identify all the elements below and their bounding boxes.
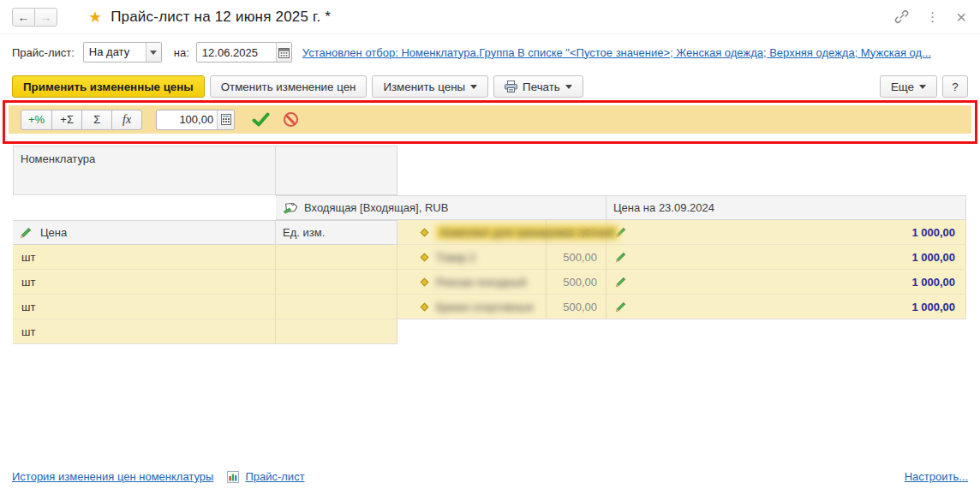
- printer-icon: [505, 81, 517, 92]
- table-row-name[interactable]: Товар 2: [397, 245, 547, 270]
- calendar-icon: [278, 47, 290, 58]
- column-header-empty: [276, 146, 397, 195]
- formula-button[interactable]: fx: [111, 110, 142, 130]
- item-diamond-icon: [421, 302, 429, 311]
- pricelist-label: Прайс-лист:: [12, 46, 75, 59]
- price-header-label: Цена: [40, 226, 67, 239]
- table-cell-old-price[interactable]: 500,00: [547, 295, 607, 319]
- table-cell-old-price[interactable]: 500,00: [547, 270, 607, 295]
- favorite-star-icon[interactable]: ★: [88, 8, 102, 27]
- footer-bar: История изменения цен номенклатуры Прайс…: [12, 470, 968, 483]
- item-name-blurred: Рюкзак походный: [436, 276, 527, 289]
- price-edit-toolbar: +% +Σ Σ fx: [9, 105, 971, 134]
- column-header-nomenclature[interactable]: Номенклатура: [13, 146, 276, 195]
- item-diamond-icon: [421, 253, 429, 261]
- table-cell-empty[interactable]: [276, 319, 397, 344]
- calculator-button[interactable]: [217, 110, 234, 129]
- forward-button[interactable]: →: [34, 8, 57, 27]
- add-percent-button[interactable]: +%: [21, 110, 52, 130]
- apply-prices-button[interactable]: Применить измененные цены: [12, 75, 205, 98]
- table-cell-old-price[interactable]: 500,00: [547, 245, 607, 270]
- unit-value: шт: [21, 301, 35, 313]
- column-header-price[interactable]: Цена: [13, 220, 276, 245]
- amount-field[interactable]: [156, 110, 235, 130]
- title-bar: ← → ★ Прайс-лист на 12 июня 2025 г. * ⋮ …: [0, 0, 980, 34]
- back-button[interactable]: ←: [12, 8, 35, 27]
- table-cell-unit[interactable]: шт: [13, 270, 276, 295]
- table-cell-empty[interactable]: [276, 245, 397, 270]
- print-button[interactable]: Печать: [493, 75, 583, 98]
- nav-group: ← →: [12, 8, 57, 27]
- date-input[interactable]: [197, 43, 276, 62]
- filter-link[interactable]: Установлен отбор: Номенклатура.Группа В …: [302, 46, 968, 59]
- old-price-value: 500,00: [547, 301, 606, 313]
- set-amount-button[interactable]: Σ: [81, 110, 112, 130]
- mode-dropdown-button[interactable]: [146, 43, 161, 62]
- add-amount-button[interactable]: +Σ: [51, 110, 82, 130]
- item-name-blurred: Комплект для тренировок летний: [436, 225, 618, 240]
- more-label: Еще: [891, 81, 914, 93]
- column-header-unit[interactable]: Ед. изм.: [276, 220, 397, 245]
- chevron-down-icon: [565, 85, 572, 89]
- chevron-down-icon: [150, 51, 157, 55]
- table-cell-unit[interactable]: шт: [13, 319, 276, 344]
- item-diamond-icon: [421, 277, 429, 286]
- pencil-icon: [615, 277, 626, 288]
- unit-value: шт: [21, 276, 35, 289]
- table-cell-unit[interactable]: шт: [13, 245, 276, 270]
- calendar-button[interactable]: [276, 43, 291, 62]
- pencil-icon: [615, 301, 626, 313]
- old-price-value: 500,00: [547, 251, 606, 264]
- price-operation-group: +% +Σ Σ fx: [21, 110, 142, 130]
- chevron-down-icon: [470, 85, 477, 89]
- table-row-name[interactable]: Комплект для тренировок летний: [397, 220, 547, 245]
- cancel-price-changes-button[interactable]: Отменить изменение цен: [210, 75, 368, 98]
- configure-link[interactable]: Настроить...: [905, 470, 968, 483]
- cancel-prohibit-icon[interactable]: [284, 112, 298, 127]
- amount-input[interactable]: [157, 110, 217, 129]
- help-button[interactable]: ?: [942, 75, 968, 98]
- filter-row: Прайс-лист: На дату на: Установлен отбор…: [0, 41, 980, 63]
- more-button[interactable]: Еще: [880, 75, 937, 98]
- change-prices-button[interactable]: Изменить цены: [372, 75, 488, 98]
- price-history-link[interactable]: История изменения цен номенклатуры: [12, 470, 213, 483]
- report-chart-icon: [227, 471, 239, 483]
- item-name-blurred: Товар 2: [436, 251, 475, 264]
- pricelist-mode-select[interactable]: На дату: [83, 42, 162, 63]
- unit-value: шт: [21, 325, 35, 338]
- table-cell-empty[interactable]: [276, 295, 397, 319]
- price-value: 1 000,00: [626, 276, 965, 289]
- price-value: 1 000,00: [626, 301, 965, 313]
- on-date-label: на:: [174, 46, 189, 59]
- table-row-name[interactable]: Рюкзак походный: [397, 270, 547, 295]
- date-field[interactable]: [196, 42, 292, 63]
- confirm-check-icon[interactable]: [252, 112, 270, 127]
- highlight-rectangle: +% +Σ Σ fx: [3, 100, 977, 144]
- kebab-menu-icon[interactable]: ⋮: [926, 10, 939, 23]
- table-cell-price[interactable]: 1 000,00: [607, 295, 966, 319]
- close-icon[interactable]: ×: [956, 9, 966, 26]
- item-diamond-icon: [421, 228, 429, 236]
- table-cell-empty[interactable]: [276, 270, 397, 295]
- table-cell-unit[interactable]: шт: [13, 295, 276, 319]
- link-icon[interactable]: [894, 9, 909, 24]
- table-cell-price[interactable]: 1 000,00: [607, 220, 966, 245]
- pricelist-window: ← → ★ Прайс-лист на 12 июня 2025 г. * ⋮ …: [0, 0, 980, 489]
- command-bar: Применить измененные цены Отменить измен…: [0, 75, 980, 98]
- table-row-name[interactable]: Брюки спортивные: [397, 295, 547, 319]
- price-type-header-label: Входящая [Входящая], RUB: [304, 201, 448, 214]
- print-label: Печать: [523, 81, 560, 93]
- pricelist-mode-value: На дату: [84, 43, 146, 62]
- pencil-icon: [615, 252, 626, 263]
- calculator-icon: [221, 114, 231, 125]
- table-cell-price[interactable]: 1 000,00: [607, 245, 966, 270]
- pricelist-report-link[interactable]: Прайс-лист: [245, 470, 304, 483]
- price-tag-icon: [283, 200, 297, 215]
- price-value: 1 000,00: [626, 226, 965, 239]
- column-header-price-type[interactable]: Входящая [Входящая], RUB: [276, 195, 607, 220]
- column-header-old-price[interactable]: Цена на 23.09.2024: [607, 195, 966, 220]
- change-prices-label: Изменить цены: [383, 81, 465, 93]
- price-value: 1 000,00: [626, 251, 965, 264]
- table-cell-price[interactable]: 1 000,00: [607, 270, 966, 295]
- item-name-blurred: Брюки спортивные: [436, 301, 534, 313]
